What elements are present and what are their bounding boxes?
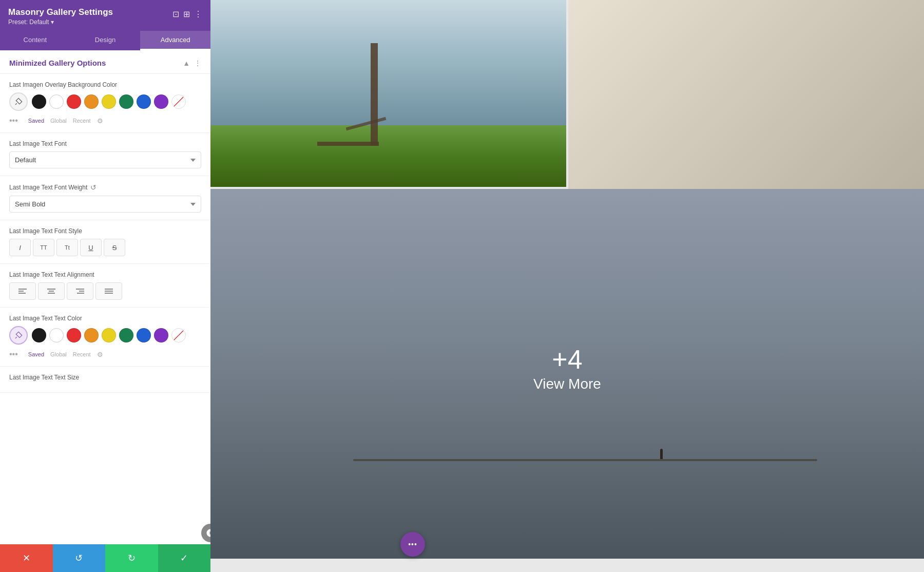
text-color-dots-icon[interactable]: •••: [9, 350, 18, 359]
save-button[interactable]: ✓: [158, 544, 211, 572]
tab-content[interactable]: Content: [0, 31, 70, 50]
color-settings-icon[interactable]: ⚙: [97, 117, 103, 125]
section-menu-icon[interactable]: ⋮: [194, 59, 201, 67]
swatch-black[interactable]: [32, 94, 46, 109]
gallery-image-top-right: [568, 0, 924, 189]
overlay-label: View More: [533, 376, 601, 392]
text-swatch-white[interactable]: [49, 328, 64, 342]
text-color-field: Last Image Text Text Color: [0, 308, 210, 367]
layout-icon[interactable]: ⊞: [183, 9, 190, 19]
text-size-field: Last Image Text Text Size: [0, 367, 210, 393]
strikethrough-btn[interactable]: S: [104, 239, 125, 256]
text-color-settings-icon[interactable]: ⚙: [97, 351, 103, 358]
focus-icon[interactable]: ⊡: [172, 9, 179, 19]
undo-button[interactable]: ↺: [53, 544, 106, 572]
font-style-field: Last Image Text Font Style I TT Tt U S: [0, 220, 210, 264]
tab-advanced[interactable]: Advanced: [140, 31, 210, 50]
tab-bar: Content Design Advanced: [0, 31, 210, 50]
swatch-none[interactable]: [171, 94, 186, 109]
italic-btn[interactable]: I: [9, 239, 31, 256]
text-color-picker: ••• Saved Global Recent ⚙: [9, 326, 201, 359]
text-swatch-red[interactable]: [67, 328, 81, 342]
collapse-icon[interactable]: ▲: [183, 59, 190, 67]
swatch-white[interactable]: [49, 94, 64, 109]
text-color-label: Last Image Text Text Color: [9, 315, 201, 322]
section-header: Minimized Gallery Options ▲ ⋮: [0, 50, 210, 74]
font-weight-select[interactable]: Semi Bold: [9, 196, 201, 213]
underline-btn[interactable]: U: [80, 239, 102, 256]
cancel-button[interactable]: ✕: [0, 544, 53, 572]
font-weight-field: Last Image Text Font Weight ↺ Semi Bold: [0, 176, 210, 220]
save-icon: ✓: [180, 552, 188, 564]
color-tabs-row: ••• Saved Global Recent ⚙: [9, 116, 201, 125]
text-swatch-blue[interactable]: [137, 328, 151, 342]
undo-icon: ↺: [75, 552, 83, 564]
font-weight-label-row: Last Image Text Font Weight ↺: [9, 183, 201, 192]
overlay-bg-color-field: Last Imagen Overlay Background Color: [0, 74, 210, 133]
float-action-button[interactable]: •••: [400, 532, 425, 557]
font-style-label: Last Image Text Font Style: [9, 227, 201, 235]
gallery-preview: +4 View More •••: [210, 0, 924, 572]
capitalize-btn[interactable]: Tt: [56, 239, 78, 256]
text-swatch-green[interactable]: [119, 328, 133, 342]
font-weight-label: Last Image Text Font Weight: [9, 184, 87, 191]
text-swatch-purple[interactable]: [154, 328, 168, 342]
more-icon[interactable]: ⋮: [194, 9, 202, 19]
float-btn-icon: •••: [408, 540, 417, 548]
eyedropper-btn[interactable]: [9, 92, 28, 111]
text-swatch-black[interactable]: [32, 328, 46, 342]
swatch-red[interactable]: [67, 94, 81, 109]
swatch-orange[interactable]: [84, 94, 99, 109]
text-swatch-yellow[interactable]: [102, 328, 116, 342]
text-global-tab[interactable]: Global: [50, 351, 67, 357]
global-tab[interactable]: Global: [50, 118, 67, 124]
uppercase-btn[interactable]: TT: [33, 239, 54, 256]
swatch-purple[interactable]: [154, 94, 168, 109]
swatch-yellow[interactable]: [102, 94, 116, 109]
text-color-swatch-row: [9, 326, 201, 345]
panel-header: Masonry Gallery Settings Preset: Default…: [0, 0, 210, 31]
panel-header-left: Masonry Gallery Settings Preset: Default…: [8, 7, 113, 26]
bottom-bar: ✕ ↺ ↻ ✓: [0, 544, 210, 572]
text-saved-tab[interactable]: Saved: [28, 351, 44, 357]
text-color-tabs-row: ••• Saved Global Recent ⚙: [9, 350, 201, 359]
text-swatch-none[interactable]: [171, 328, 186, 342]
saved-tab[interactable]: Saved: [28, 118, 44, 124]
panel-preset[interactable]: Preset: Default ▾: [8, 18, 113, 26]
gallery-top-row: [210, 0, 924, 189]
recent-tab[interactable]: Recent: [73, 118, 91, 124]
pier-horizontal: [317, 142, 379, 146]
color-dots-icon[interactable]: •••: [9, 116, 18, 125]
svg-line-13: [15, 337, 17, 338]
font-weight-reset-icon[interactable]: ↺: [90, 183, 97, 192]
swatch-green[interactable]: [119, 94, 133, 109]
align-right-btn[interactable]: [67, 282, 93, 300]
align-group: [9, 282, 201, 300]
vegetation-bg: [210, 125, 566, 187]
text-color-swatches: [32, 328, 186, 342]
color-swatch-row: [9, 92, 201, 111]
section-title: Minimized Gallery Options: [9, 59, 106, 67]
font-select[interactable]: Default: [9, 151, 201, 168]
font-style-group: I TT Tt U S: [9, 239, 201, 256]
color-picker-area: ••• Saved Global Recent ⚙: [9, 92, 201, 125]
person-silhouette: [660, 449, 663, 459]
align-center-btn[interactable]: [38, 282, 65, 300]
align-justify-btn[interactable]: [95, 282, 122, 300]
gallery-overlay-cell: +4 View More: [210, 189, 924, 559]
text-eyedropper-btn[interactable]: [9, 326, 28, 345]
color-swatches: [32, 94, 186, 109]
text-recent-tab[interactable]: Recent: [73, 351, 91, 357]
panel-content: Minimized Gallery Options ▲ ⋮ Last Image…: [0, 50, 210, 544]
overlay-bg-color-label: Last Imagen Overlay Background Color: [9, 81, 201, 88]
font-label: Last Image Text Font: [9, 140, 201, 147]
text-swatch-orange[interactable]: [84, 328, 99, 342]
align-left-btn[interactable]: [9, 282, 36, 300]
panel-title: Masonry Gallery Settings: [8, 7, 113, 17]
font-field: Last Image Text Font Default: [0, 133, 210, 176]
svg-line-0: [15, 103, 17, 105]
water-bg: [210, 0, 566, 125]
tab-design[interactable]: Design: [70, 31, 141, 50]
redo-button[interactable]: ↻: [105, 544, 158, 572]
swatch-blue[interactable]: [137, 94, 151, 109]
